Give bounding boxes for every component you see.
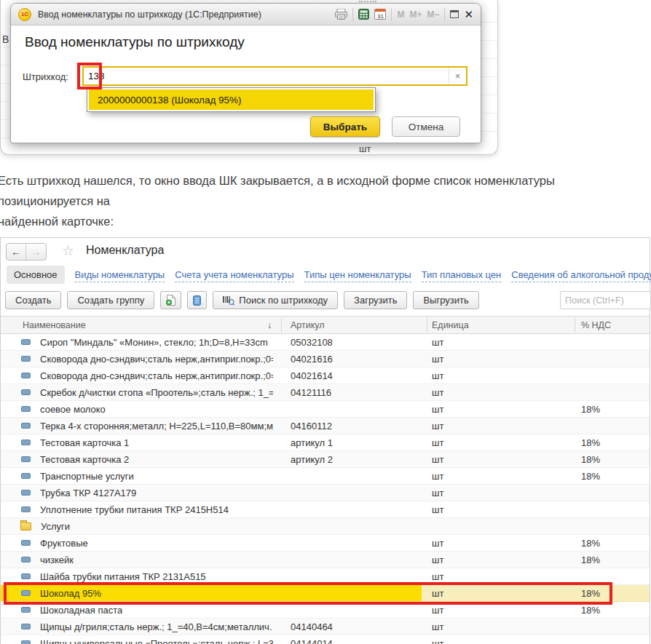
cell-name: Тестовая карточка 1	[40, 437, 129, 448]
background-unit-text: шт	[359, 143, 371, 154]
table-row[interactable]: Тестовая карточка 1 артикул 1 шт 18%	[1, 434, 650, 451]
table-row[interactable]: Транспортные услуги шт 18%	[1, 468, 650, 485]
cell-unit: шт	[432, 421, 443, 432]
memory-m-plus-button[interactable]: М+	[409, 9, 422, 20]
table-row[interactable]: Шайба трубки питания ТКР 2131А515 шт	[1, 568, 650, 585]
tab-4[interactable]: Тип плановых цен	[422, 268, 502, 282]
history-nav: ← →	[6, 243, 47, 261]
background-grid-dots	[359, 1, 376, 2]
select-button[interactable]: Выбрать	[310, 116, 380, 137]
table-row[interactable]: Сироп "Миндаль" «Монин», стекло; 1h;D=8,…	[1, 334, 650, 351]
tab-3[interactable]: Типы цен номенклатуры	[304, 268, 411, 282]
forward-button[interactable]: →	[26, 244, 46, 260]
cell-name: Тестовая карточка 2	[40, 454, 129, 465]
load-button[interactable]: Загрузить	[344, 291, 407, 309]
toolbar: Создать Создать группу Поиск по штрихкод…	[5, 291, 479, 309]
column-separator	[575, 318, 575, 333]
column-header-vat[interactable]: % НДС	[581, 320, 611, 330]
cell-name: Щипцы д/гриля;сталь нерж.; 1_=40,В=4см;м…	[40, 621, 272, 632]
table-row[interactable]: Шоколадная паста шт 18%	[1, 602, 650, 619]
table-row[interactable]: Фруктовые шт 18%	[1, 535, 650, 552]
cell-unit: шт	[432, 554, 443, 565]
titlebar-separator	[444, 8, 445, 21]
dialog-heading: Ввод номенклатуры по штрихкоду	[25, 34, 245, 50]
table-row[interactable]: соевое молоко шт 18%	[1, 401, 650, 418]
clear-input-icon[interactable]: ×	[449, 68, 466, 84]
cell-unit: шт	[432, 387, 443, 398]
item-icon	[21, 557, 31, 562]
tab-2[interactable]: Счета учета номенклатуры	[175, 268, 293, 282]
cell-name: Терка 4-х сторонняя;металл; Н=225,L=110,…	[40, 421, 273, 432]
tab-1[interactable]: Виды номенклатуры	[75, 268, 165, 282]
item-icon	[21, 406, 31, 412]
cell-vat: 18%	[581, 588, 600, 599]
cell-name: Щипцы универсальные «Проотель»;сталь нер…	[40, 638, 273, 644]
create-group-button[interactable]: Создать группу	[67, 291, 154, 309]
copy-document-icon	[166, 295, 175, 306]
maximize-icon[interactable]	[450, 10, 459, 18]
item-icon	[21, 607, 31, 613]
memory-m-minus-button[interactable]: М−	[427, 9, 439, 20]
item-icon	[21, 339, 31, 345]
close-icon[interactable]: ✕	[464, 9, 473, 20]
item-icon	[21, 456, 31, 462]
column-header-name[interactable]: Наименование	[23, 320, 86, 330]
table-row[interactable]: чизкейк шт 18%	[1, 552, 650, 568]
list-stack-icon	[193, 295, 201, 306]
barcode-search-label: Поиск по штрихкоду	[239, 295, 328, 306]
table-row[interactable]: Услуги	[1, 518, 650, 535]
table-row[interactable]: Сковорода дно-сэндвич;сталь нерж,антипри…	[1, 367, 650, 384]
cell-name: Скребок д/чистки стопа «Проотель»;сталь …	[40, 387, 273, 398]
cell-name: Шоколадная паста	[40, 605, 122, 616]
cancel-button[interactable]: Отмена	[392, 116, 460, 137]
column-separator	[281, 318, 282, 333]
cell-name: Сироп "Миндаль" «Монин», стекло; 1h;D=8,…	[40, 337, 268, 348]
cell-name: Фруктовые	[40, 538, 88, 549]
memory-m-button[interactable]: М	[397, 9, 404, 20]
back-button[interactable]: ←	[7, 244, 26, 260]
background-table-rows-left	[1, 29, 10, 146]
column-header-unit[interactable]: Единица	[432, 320, 469, 330]
column-header-article[interactable]: Артикул	[291, 320, 325, 330]
cell-name: Сковорода дно-сэндвич;сталь нерж,антипри…	[40, 370, 273, 381]
sort-descending-icon[interactable]: ↓	[267, 320, 272, 330]
table-row[interactable]: Щипцы универсальные «Проотель»;сталь нер…	[1, 635, 650, 644]
table-row[interactable]: Терка 4-х сторонняя;металл; Н=225,L=110,…	[1, 418, 650, 434]
unload-button[interactable]: Выгрузить	[413, 291, 478, 309]
table-row[interactable]: Щипцы д/гриля;сталь нерж.; 1_=40,В=4см;м…	[1, 619, 650, 635]
table-row[interactable]: Сковорода дно-сэндвич;сталь нерж,антипри…	[1, 351, 650, 367]
calculator-icon[interactable]	[358, 9, 369, 20]
barcode-search-button[interactable]: Поиск по штрихкоду	[213, 291, 338, 309]
print-icon[interactable]	[335, 9, 347, 20]
favorite-star-icon[interactable]: ☆	[62, 242, 74, 259]
calendar-icon[interactable]: 31	[374, 9, 386, 20]
dialog-titlebar[interactable]: 1С Ввод номенклатуры по штрихкоду (1С:Пр…	[11, 4, 481, 25]
cell-article: 04021614	[291, 370, 333, 381]
list-view-button[interactable]	[187, 291, 207, 309]
cell-name: Сковорода дно-сэндвич;сталь нерж,антипри…	[40, 354, 273, 365]
cell-unit: шт	[432, 571, 443, 582]
cell-vat: 18%	[581, 471, 600, 482]
table-row[interactable]: Трубка ТКР 4127А179 шт	[1, 485, 650, 501]
table-row[interactable]: Тестовая карточка 2 артикул 2 шт 18%	[1, 451, 650, 468]
copy-item-button[interactable]	[160, 291, 181, 309]
item-icon	[21, 373, 31, 378]
cell-name: Уплотнение трубки питания ТКР 2415Н514	[40, 504, 229, 515]
table-row[interactable]: Скребок д/чистки стопа «Проотель»;сталь …	[1, 384, 650, 401]
cell-vat: 18%	[581, 404, 600, 415]
tab-5[interactable]: Сведения об алкогольной продукции	[511, 268, 651, 282]
tab-0[interactable]: Основное	[7, 266, 65, 284]
search-input[interactable]	[560, 291, 651, 309]
item-icon	[21, 356, 31, 362]
cell-name: Транспортные услуги	[40, 471, 134, 482]
create-button[interactable]: Создать	[5, 291, 61, 309]
suggestion-item[interactable]: 2000000000138 (Шоколад 95%)	[89, 90, 374, 110]
table-row[interactable]: Уплотнение трубки питания ТКР 2415Н514 ш…	[1, 501, 650, 518]
tabs: ОсновноеВиды номенклатурыСчета учета ном…	[7, 266, 651, 284]
dialog-title: Ввод номенклатуры по штрихкоду (1С:Предп…	[38, 9, 261, 20]
barcode-input[interactable]: 138 ×	[82, 66, 467, 86]
table-row[interactable]: Шоколад 95% шт 18%	[1, 585, 650, 602]
item-icon	[21, 490, 31, 496]
item-icon	[21, 440, 31, 445]
barcode-suggestion-dropdown: 2000000000138 (Шоколад 95%)	[87, 87, 376, 112]
